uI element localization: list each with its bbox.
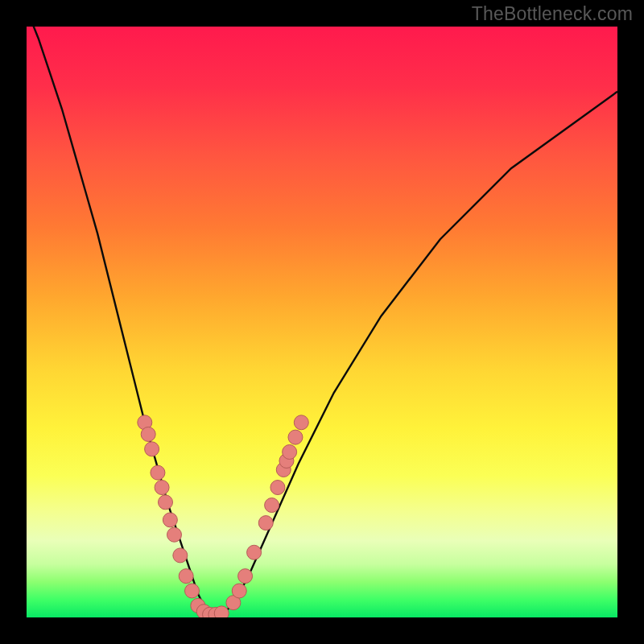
curve-marker (214, 606, 229, 617)
curve-marker (294, 415, 308, 430)
curve-marker (158, 495, 172, 510)
attribution-text: TheBottleneck.com (472, 3, 633, 25)
curve-marker (232, 584, 246, 598)
curve-marker (247, 545, 262, 559)
curve-marker (141, 427, 155, 441)
curve-marker (151, 465, 165, 480)
plot-area (27, 27, 617, 617)
curve-marker (155, 481, 169, 495)
curve-marker (270, 481, 285, 495)
curve-marker (167, 527, 182, 542)
curve-marker (173, 548, 188, 563)
curve-marker (185, 584, 200, 598)
curve-marker (283, 444, 297, 459)
curve-markers (27, 27, 617, 617)
curve-marker (258, 516, 273, 530)
curve-marker (163, 513, 177, 527)
curve-marker (238, 569, 253, 584)
curve-marker (288, 430, 303, 444)
curve-marker (265, 498, 279, 513)
curve-marker (179, 569, 193, 584)
chart-frame: TheBottleneck.com (0, 0, 644, 644)
curve-marker (145, 442, 159, 456)
